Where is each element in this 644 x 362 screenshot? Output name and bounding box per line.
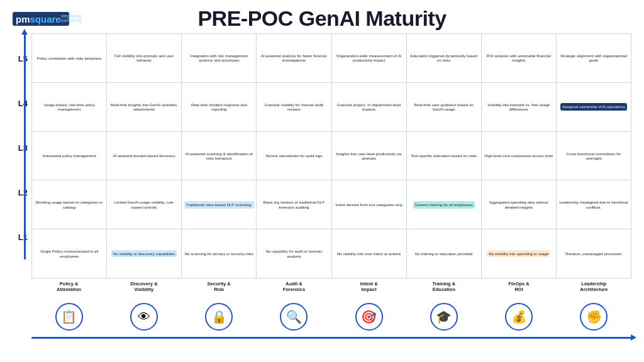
col-header-4: Intent &Impact — [331, 280, 406, 292]
icons-row: 📋👁🔒🔍🎯🎓💰✊ — [13, 299, 631, 335]
cell-l2-col4: Intent derived from tool categories only — [331, 180, 406, 229]
icon-cell-2: 🔒 — [182, 303, 257, 331]
col-headers-row: Policy &AttestationDiscovery &Visibility… — [13, 280, 631, 299]
cell-highlight: Traditional rules-based DLP scanning. — [184, 201, 254, 208]
col-header-5: Training &Education — [406, 280, 481, 292]
cell-l5-col5: Education triggered dynamically based on… — [406, 34, 481, 82]
cell-l5-col4: Organization-wide measurement of AI prod… — [331, 34, 406, 82]
cell-l4-col1: Real-time insights into GenAI activities… — [106, 83, 181, 131]
cell-l5-col6: ROI analysis with actionable financial i… — [481, 34, 556, 82]
cell-l2-col1: Limited GenAI usage visibility, rule-bas… — [106, 180, 181, 229]
cell-l2-col2: Traditional rules-based DLP scanning. — [181, 180, 256, 229]
cell-highlight: No visibility or discovery capabilities — [111, 250, 177, 257]
x-axis-row — [13, 335, 631, 341]
cell-highlight: Generic training for all employees — [413, 201, 475, 208]
cell-l5-col2: Integration with risk management systems… — [181, 34, 256, 82]
x-axis-line — [31, 337, 631, 339]
cell-l4-col4: Granular project- or department-level im… — [331, 83, 406, 131]
cell-l1-col0: Single Policy communicated to all employ… — [31, 229, 106, 278]
col-header-6: FinOps &ROI — [482, 280, 557, 292]
grid-row-l3: Automated policy managementAI-assisted d… — [31, 131, 631, 180]
icon-cell-7: ✊ — [557, 303, 631, 331]
grid-area: Policy correlation with risky behaviorsF… — [31, 33, 631, 278]
icon-cell-3: 🔍 — [257, 303, 331, 331]
icon-circle-0: 📋 — [55, 303, 83, 331]
cell-l1-col1: No visibility or discovery capabilities — [106, 229, 181, 278]
cell-l4-col3: Granular visibility for manual audit rev… — [256, 83, 331, 131]
col-header-1: Discovery &Visibility — [106, 280, 181, 292]
cell-l3-col3: Secure repositories for audit logs — [256, 132, 331, 180]
y-axis: L5 L4 L3 L2 L1 — [13, 33, 31, 278]
cell-l1-col7: Random, unmanaged processes — [556, 229, 631, 278]
col-header-0: Policy &Attestation — [31, 280, 106, 292]
cell-l3-col7: Cross-functional committees for oversigh… — [556, 132, 631, 180]
col-header-2: Security &Risk — [182, 280, 257, 292]
icon-circle-1: 👁 — [130, 303, 158, 331]
grid-row-l5: Policy correlation with risky behaviorsF… — [31, 33, 631, 82]
page: pmsquare simplifying complexity PRE-POC … — [0, 0, 644, 362]
cell-l3-col4: Insights into user-level productivity vi… — [331, 132, 406, 180]
y-axis-arrow — [24, 33, 26, 260]
grid-row-l1: Single Policy communicated to all employ… — [31, 229, 631, 278]
icon-circle-2: 🔒 — [205, 303, 233, 331]
cell-l4-col7: Assigned ownership of AI operations — [556, 83, 631, 131]
cell-l5-col0: Policy correlation with risky behaviors — [31, 34, 106, 82]
grid-rows: Policy correlation with risky behaviorsF… — [31, 33, 631, 278]
col-header-7: LeadershipArchitecture — [557, 280, 631, 292]
cell-l3-col2: AI-powered scanning & identification of … — [181, 132, 256, 180]
page-title: PRE-POC GenAI Maturity — [69, 6, 575, 31]
cell-l3-col1: AI-assisted domain-based discovery — [106, 132, 181, 180]
cell-l2-col7: Leadership misaligned due to functional … — [556, 180, 631, 229]
cell-l1-col2: No scanning for privacy or security risk… — [181, 229, 256, 278]
cell-l5-col3: AI-powered analysis for faster forensic … — [256, 34, 331, 82]
icon-circle-3: 🔍 — [280, 303, 308, 331]
logo: pmsquare simplifying complexity — [13, 12, 69, 26]
cell-l4-col2: Real-time incident response and reportin… — [181, 83, 256, 131]
icon-circle-7: ✊ — [580, 303, 608, 331]
cell-highlight: No visibility into spending or usage — [487, 250, 550, 257]
cell-highlight: Assigned ownership of AI operations — [560, 103, 627, 110]
cell-l5-col7: Strategic alignment with organizational … — [556, 34, 631, 82]
cell-l4-col0: Usage-based, real-time policy management — [31, 83, 106, 131]
cell-l4-col6: Visibility into licensed vs. free usage … — [481, 83, 556, 131]
header-row: pmsquare simplifying complexity PRE-POC … — [13, 6, 631, 31]
logo-pm: pm — [16, 14, 30, 25]
cell-l5-col1: Full visibility into prompts and user be… — [106, 34, 181, 82]
icon-cell-1: 👁 — [106, 303, 181, 331]
cell-l3-col6: High-level cost comparison across tools — [481, 132, 556, 180]
cell-l4-col5: Real-time user guidance based on GenAI u… — [406, 83, 481, 131]
icon-circle-5: 🎓 — [430, 303, 458, 331]
cell-l2-col0: Blocking usage based on categories or ca… — [31, 180, 106, 229]
cell-l2-col3: Basic log reviews or traditional DLP for… — [256, 180, 331, 229]
cell-l1-col3: No capability for audit or forensic anal… — [256, 229, 331, 278]
icon-cell-5: 🎓 — [406, 303, 481, 331]
cell-l1-col6: No visibility into spending or usage — [481, 229, 556, 278]
cell-l1-col4: No visibility into user intent or action… — [331, 229, 406, 278]
logo-square: square — [30, 14, 61, 25]
icon-circle-4: 🎯 — [355, 303, 383, 331]
cell-l2-col6: Aggregated spending data without detaile… — [481, 180, 556, 229]
grid-row-l2: Blocking usage based on categories or ca… — [31, 180, 631, 229]
icon-circle-6: 💰 — [505, 303, 533, 331]
icon-cell-4: 🎯 — [331, 303, 406, 331]
cell-l2-col5: Generic training for all employees — [406, 180, 481, 229]
icon-cell-0: 📋 — [31, 303, 106, 331]
icon-cell-6: 💰 — [482, 303, 557, 331]
cell-l1-col5: No training or education provided — [406, 229, 481, 278]
grid-row-l4: Usage-based, real-time policy management… — [31, 82, 631, 131]
cell-l3-col0: Automated policy management — [31, 132, 106, 180]
matrix-wrapper: L5 L4 L3 L2 L1 Policy correlation with r… — [13, 33, 631, 278]
cell-l3-col5: Tool-specific education based on roles — [406, 132, 481, 180]
col-header-3: Audit &Forensics — [257, 280, 331, 292]
